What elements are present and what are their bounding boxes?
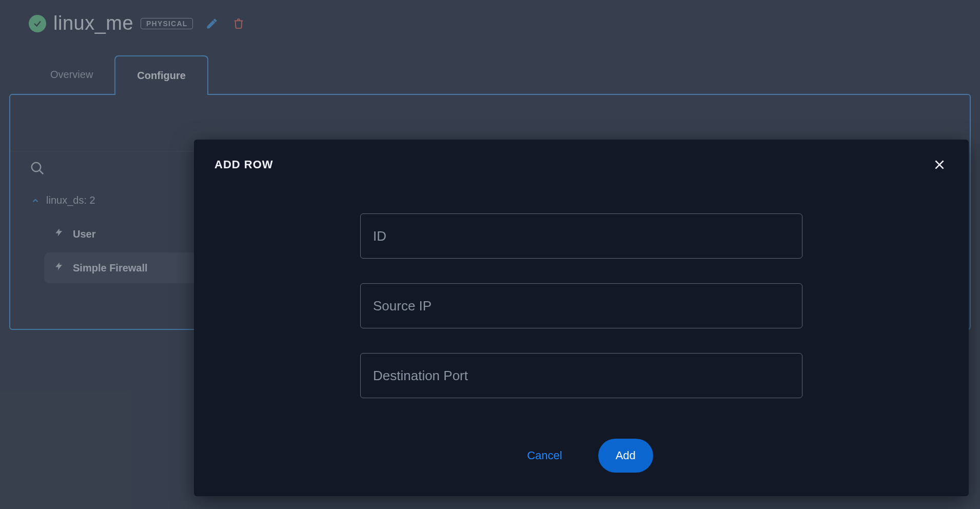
close-button[interactable]	[931, 156, 948, 173]
cancel-button[interactable]: Cancel	[509, 439, 579, 473]
modal-form	[214, 173, 948, 439]
modal-title: ADD ROW	[214, 158, 273, 171]
source-ip-field[interactable]	[360, 283, 802, 328]
id-field[interactable]	[360, 213, 802, 259]
modal-header: ADD ROW	[214, 156, 948, 173]
add-button[interactable]: Add	[598, 439, 653, 473]
modal-actions: Cancel Add	[214, 439, 948, 476]
destination-port-field[interactable]	[360, 353, 802, 398]
add-row-modal: ADD ROW Cancel Add	[194, 140, 969, 496]
